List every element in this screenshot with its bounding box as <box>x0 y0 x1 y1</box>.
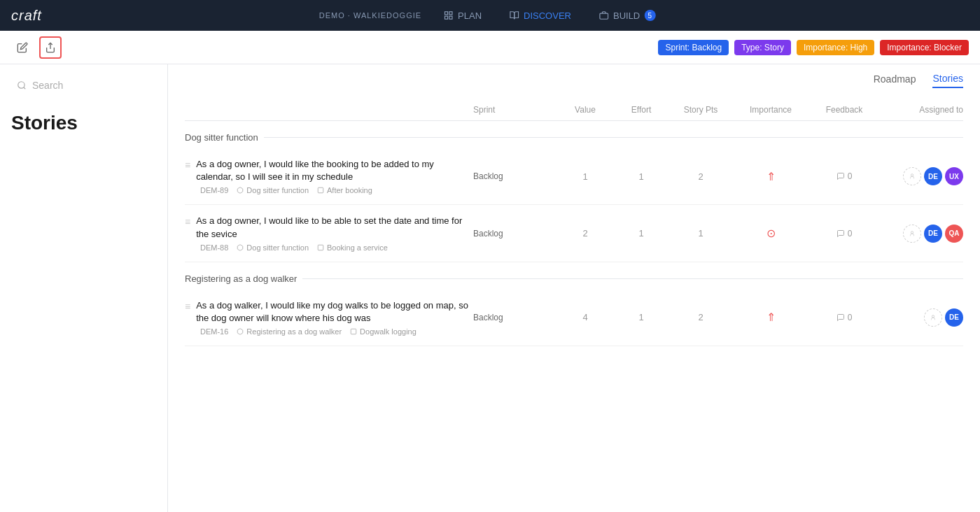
story-id-dem89: DEM-89 <box>200 186 228 194</box>
story-tag-dem16-1: Registering as a dog walker <box>237 327 342 336</box>
left-panel: Search Stories <box>0 64 168 512</box>
svg-rect-2 <box>449 16 452 19</box>
col-story-pts: Story Pts <box>669 105 732 115</box>
filter-type-story[interactable]: Type: Story <box>734 40 791 55</box>
value-dem16: 4 <box>557 312 613 322</box>
app-logo: craft <box>11 8 42 24</box>
drag-handle3[interactable]: ≡ <box>185 301 190 312</box>
story-title-dem16: As a dog walker, I would like my dog wal… <box>196 299 473 325</box>
group-line <box>264 137 963 138</box>
story-tag-dem88-1: Dog sitter function <box>237 243 309 252</box>
table-row: ≡ As a dog owner, I would like the booki… <box>185 148 963 205</box>
group-label2: Registering as a dog walker <box>185 273 297 284</box>
story-meta-dem88: DEM-88 Dog sitter function Booking a ser… <box>200 243 473 252</box>
build-icon <box>599 10 609 20</box>
discover-icon <box>510 10 519 20</box>
svg-rect-0 <box>445 12 448 15</box>
share-icon-btn[interactable] <box>39 36 62 59</box>
story-tag-dem16-2: Dogwalk logging <box>350 327 416 336</box>
assigned-dem89: DE UX <box>879 167 963 185</box>
toolbar: Sprint: Backlog Type: Story Importance: … <box>0 31 980 64</box>
sprint-icon <box>317 187 324 194</box>
col-feedback: Feedback <box>809 105 879 115</box>
main-content: Search Stories Roadmap Stories Sprint Va… <box>0 64 980 512</box>
svg-rect-8 <box>318 188 323 194</box>
search-bar[interactable]: Search <box>11 76 156 95</box>
tab-roadmap[interactable]: Roadmap <box>874 73 916 87</box>
sprint-dem88: Backlog <box>473 229 557 239</box>
story-id-dem88: DEM-88 <box>200 243 228 252</box>
sprint-icon2 <box>317 244 324 251</box>
importance-blocker-icon: ⊙ <box>766 227 776 239</box>
avatar-ux: UX <box>945 167 963 185</box>
drag-handle[interactable]: ≡ <box>185 159 190 171</box>
tag-icon3 <box>237 328 244 335</box>
story-id-dem16: DEM-16 <box>200 327 228 336</box>
avatar-placeholder3 <box>924 308 942 327</box>
build-badge: 5 <box>644 10 655 21</box>
edit-icon-btn[interactable] <box>11 36 34 59</box>
value-dem89: 1 <box>557 171 613 182</box>
filter-importance-blocker[interactable]: Importance: Blocker <box>880 40 969 55</box>
assigned-dem16: DE <box>879 308 963 327</box>
story-tag-dem89-1: Dog sitter function <box>237 186 309 194</box>
search-icon <box>17 80 27 90</box>
importance-high-icon: ⇑ <box>766 171 776 183</box>
tag-icon <box>237 187 244 194</box>
sprint-icon3 <box>350 328 357 335</box>
nav-discover[interactable]: DISCOVER <box>504 8 577 24</box>
col-effort: Effort <box>613 105 669 115</box>
avatar-qa: QA <box>945 225 963 243</box>
nav-build[interactable]: BUILD 5 <box>594 7 661 24</box>
avatar-de2: DE <box>924 225 942 243</box>
feedback-dem16: 0 <box>809 313 879 322</box>
svg-point-9 <box>911 174 913 176</box>
storypts-dem16: 2 <box>669 312 732 322</box>
col-assigned-to: Assigned to <box>879 105 963 115</box>
storypts-dem88: 1 <box>669 228 732 239</box>
table-row: ≡ As a dog owner, I would like to be abl… <box>185 205 963 262</box>
importance-dem16: ⇑ <box>732 311 809 324</box>
svg-rect-12 <box>351 329 356 334</box>
page-title: Stories <box>11 112 156 134</box>
effort-dem16: 1 <box>613 312 669 322</box>
story-main-dem89: ≡ As a dog owner, I would like the booki… <box>185 158 473 194</box>
effort-dem88: 1 <box>613 228 669 239</box>
view-tabs: Roadmap Stories <box>168 64 980 88</box>
story-drag-dem88: ≡ As a dog owner, I would like to be abl… <box>185 215 473 240</box>
plan-icon <box>444 10 454 20</box>
right-panel: Sprint Value Effort Story Pts Importance… <box>168 88 980 512</box>
group-line2 <box>302 278 963 279</box>
group-dog-sitter: Dog sitter function <box>185 121 963 148</box>
feedback-icon3 <box>836 313 845 322</box>
content-area: Roadmap Stories Sprint Value Effort Stor… <box>168 64 980 512</box>
svg-line-7 <box>24 87 26 90</box>
svg-rect-1 <box>449 12 452 15</box>
story-drag-dem16: ≡ As a dog walker, I would like my dog w… <box>185 299 473 325</box>
importance-high-icon2: ⇑ <box>766 311 776 323</box>
story-tag-dem89-2: After booking <box>317 186 372 194</box>
story-drag-dem89: ≡ As a dog owner, I would like the booki… <box>185 158 473 183</box>
story-meta-dem16: DEM-16 Registering as a dog walker Dogwa… <box>200 327 473 336</box>
col-value: Value <box>557 105 613 115</box>
col-sprint: Sprint <box>473 105 557 115</box>
effort-dem89: 1 <box>613 171 669 182</box>
drag-handle[interactable]: ≡ <box>185 216 190 227</box>
group-label: Dog sitter function <box>185 132 258 143</box>
feedback-icon2 <box>836 229 845 238</box>
feedback-dem88: 0 <box>809 229 879 239</box>
svg-point-6 <box>18 82 24 88</box>
filter-importance-high[interactable]: Importance: High <box>797 40 874 55</box>
svg-rect-10 <box>318 245 323 250</box>
col-importance: Importance <box>732 105 809 115</box>
nav-plan[interactable]: PLAN <box>438 8 487 24</box>
sprint-dem16: Backlog <box>473 313 557 322</box>
story-main-dem16: ≡ As a dog walker, I would like my dog w… <box>185 299 473 336</box>
filter-sprint-backlog[interactable]: Sprint: Backlog <box>658 40 729 55</box>
story-title-dem88: As a dog owner, I would like to be able … <box>196 215 473 240</box>
tab-stories[interactable]: Stories <box>932 73 963 88</box>
sprint-dem89: Backlog <box>473 171 557 181</box>
story-meta-dem89: DEM-89 Dog sitter function After booking <box>200 186 473 194</box>
col-story <box>185 105 473 115</box>
feedback-dem89: 0 <box>809 171 879 181</box>
